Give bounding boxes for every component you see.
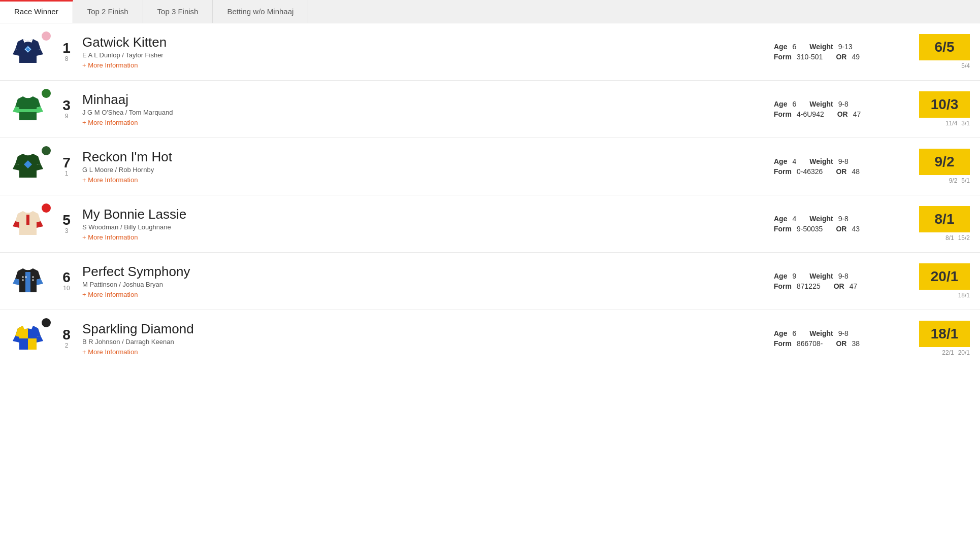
odds-secondary-1: 18/1 <box>958 292 970 299</box>
odds-secondary-2: 5/1 <box>961 177 970 184</box>
horse-info: Sparkling Diamond B R Johnson / Darragh … <box>82 321 766 356</box>
odds-main[interactable]: 6/5 <box>919 34 970 60</box>
odds-block: 18/1 22/120/1 <box>914 321 970 356</box>
horse-name: Gatwick Kitten <box>82 35 766 50</box>
table-row: 7 1 Reckon I'm Hot G L Moore / Rob Hornb… <box>0 138 980 195</box>
tab-top3[interactable]: Top 3 Finish <box>143 0 213 23</box>
horse-number: 3 <box>62 98 71 113</box>
horse-name: Reckon I'm Hot <box>82 149 766 165</box>
svg-point-9 <box>32 276 34 278</box>
svg-rect-4 <box>26 215 29 225</box>
horse-stats: Age 6 Weight 9-8 Form 4-6U942 OR 47 <box>774 100 906 118</box>
jersey-container <box>10 261 51 301</box>
horse-info: Gatwick Kitten E A L Dunlop / Taylor Fis… <box>82 35 766 69</box>
more-info-link[interactable]: + More Information <box>82 233 138 241</box>
trainer-jockey: G L Moore / Rob Hornby <box>82 166 766 174</box>
horse-number-block: 3 9 <box>59 98 74 120</box>
horse-number: 6 <box>62 270 71 285</box>
stall-number: 2 <box>65 342 69 349</box>
odds-main[interactable]: 18/1 <box>919 321 970 347</box>
or-value: 47 <box>853 110 861 118</box>
or-label: OR <box>836 225 846 233</box>
more-info-link[interactable]: + More Information <box>82 119 138 126</box>
weight-label: Weight <box>809 100 833 108</box>
form-label: Form <box>774 167 792 176</box>
tab-betting[interactable]: Betting w/o Minhaaj <box>213 0 308 23</box>
weight-label: Weight <box>809 329 833 337</box>
table-row: 1 8 Gatwick Kitten E A L Dunlop / Taylor… <box>0 23 980 81</box>
tab-top2[interactable]: Top 2 Finish <box>73 0 143 23</box>
svg-rect-5 <box>25 272 28 292</box>
horse-name: Perfect Symphony <box>82 264 766 280</box>
odds-secondary-1: 5/4 <box>961 62 970 70</box>
more-info-link[interactable]: + More Information <box>82 348 138 356</box>
odds-main[interactable]: 9/2 <box>919 149 970 175</box>
odds-block: 8/1 8/115/2 <box>914 206 970 242</box>
age-label: Age <box>774 329 787 337</box>
form-label: Form <box>774 53 792 61</box>
or-label: OR <box>836 53 846 61</box>
stat-age-weight: Age 6 Weight 9-13 <box>774 43 906 51</box>
horse-number: 5 <box>62 213 71 227</box>
stat-age-weight: Age 9 Weight 9-8 <box>774 272 906 280</box>
age-label: Age <box>774 43 787 51</box>
more-info-link[interactable]: + More Information <box>82 176 138 184</box>
horse-number-block: 7 1 <box>59 156 74 177</box>
weight-label: Weight <box>809 272 833 280</box>
age-label: Age <box>774 157 787 165</box>
form-value: 9-50035 <box>797 225 823 233</box>
horse-name: Minhaaj <box>82 92 766 108</box>
form-label: Form <box>774 225 792 233</box>
trainer-jockey: J G M O'Shea / Tom Marquand <box>82 109 766 116</box>
horse-info: My Bonnie Lassie S Woodman / Billy Lough… <box>82 207 766 241</box>
horse-stats: Age 6 Weight 9-8 Form 866708- OR 38 <box>774 329 906 348</box>
horse-number: 8 <box>62 328 71 342</box>
odds-secondary: 22/120/1 <box>914 349 970 356</box>
jersey-container <box>10 203 51 244</box>
odds-block: 10/3 11/43/1 <box>914 91 970 127</box>
or-label: OR <box>834 282 844 290</box>
stall-number: 3 <box>65 227 69 234</box>
or-value: 49 <box>852 53 860 61</box>
horse-number-block: 5 3 <box>59 213 74 234</box>
weight-value: 9-8 <box>838 215 848 223</box>
trainer-jockey: M Pattinson / Joshua Bryan <box>82 281 766 288</box>
or-label: OR <box>836 167 846 176</box>
age-value: 4 <box>792 157 796 165</box>
age-label: Age <box>774 272 787 280</box>
stat-age-weight: Age 4 Weight 9-8 <box>774 157 906 165</box>
form-value: 4-6U942 <box>797 110 824 118</box>
stall-number: 8 <box>65 55 69 62</box>
trainer-jockey: E A L Dunlop / Taylor Fisher <box>82 51 766 59</box>
odds-secondary-2: 20/1 <box>958 349 970 356</box>
tab-race-winner[interactable]: Race Winner <box>0 0 73 23</box>
svg-point-7 <box>22 276 24 278</box>
table-row: 8 2 Sparkling Diamond B R Johnson / Darr… <box>0 310 980 367</box>
horse-number: 7 <box>62 156 71 170</box>
or-value: 43 <box>852 225 860 233</box>
odds-main[interactable]: 8/1 <box>919 206 970 232</box>
form-value: 310-501 <box>797 53 823 61</box>
more-info-link[interactable]: + More Information <box>82 291 138 298</box>
odds-secondary: 8/115/2 <box>914 234 970 242</box>
more-info-link[interactable]: + More Information <box>82 61 138 69</box>
table-row: 3 9 Minhaaj J G M O'Shea / Tom Marquand … <box>0 81 980 138</box>
stat-age-weight: Age 4 Weight 9-8 <box>774 215 906 223</box>
weight-label: Weight <box>809 215 833 223</box>
odds-secondary: 11/43/1 <box>914 120 970 127</box>
odds-main[interactable]: 10/3 <box>919 91 970 118</box>
odds-main[interactable]: 20/1 <box>919 263 970 290</box>
stat-form-or: Form 4-6U942 OR 47 <box>774 110 906 118</box>
form-label: Form <box>774 110 792 118</box>
odds-secondary-1: 9/2 <box>949 177 958 184</box>
jersey-container <box>10 89 51 129</box>
horse-stats: Age 4 Weight 9-8 Form 0-46326 OR 48 <box>774 157 906 176</box>
odds-secondary: 5/4 <box>914 62 970 70</box>
weight-value: 9-8 <box>838 329 848 337</box>
table-row: 5 3 My Bonnie Lassie S Woodman / Billy L… <box>0 195 980 253</box>
jersey-container <box>10 146 51 187</box>
age-label: Age <box>774 100 787 108</box>
horse-number-block: 6 10 <box>59 270 74 292</box>
horse-number-block: 8 2 <box>59 328 74 349</box>
horse-number: 1 <box>62 41 71 55</box>
